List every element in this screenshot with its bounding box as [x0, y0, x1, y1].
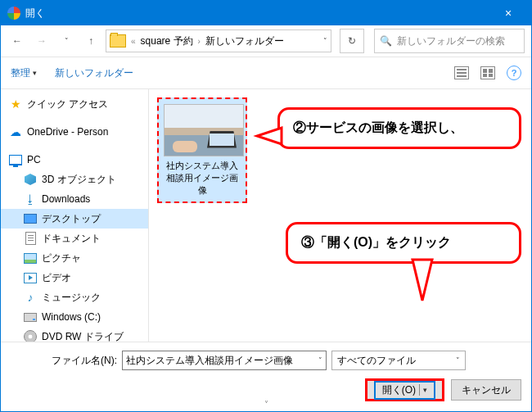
file-tile-selected[interactable]: 社内システム導入相談用イメージ画像: [157, 97, 247, 203]
sidebar-item-videos[interactable]: ビデオ: [1, 268, 148, 287]
picture-icon: [24, 251, 37, 265]
window-title: 開く: [25, 7, 492, 20]
chevron-down-icon: ˅: [456, 356, 460, 364]
desktop-icon: [24, 212, 37, 225]
disc-icon: [24, 330, 37, 342]
cloud-icon: ☁: [9, 125, 22, 138]
document-icon: [24, 232, 37, 245]
body: ★クイック アクセス ☁OneDrive - Person PC 3D オブジェ…: [1, 89, 531, 342]
sidebar-pc[interactable]: PC: [1, 150, 148, 170]
sidebar-item-desktop[interactable]: デスクトップ: [1, 209, 148, 229]
search-icon: 🔍: [380, 35, 392, 47]
nav-row: ← → ˅ ↑ « square 予約 › 新しいフォルダー ˅ ↻ 🔍 新しい…: [1, 25, 531, 57]
back-button[interactable]: ←: [7, 31, 27, 51]
folder-icon: [110, 34, 126, 48]
open-button[interactable]: 開く(O) ▾: [365, 378, 444, 401]
breadcrumb-item[interactable]: 新しいフォルダー: [205, 34, 284, 48]
toolbar-left: 整理▾ 新しいフォルダー: [11, 66, 133, 80]
close-button[interactable]: ×: [492, 7, 525, 20]
refresh-button[interactable]: ↻: [340, 29, 364, 53]
toolbar-right: ?: [454, 66, 521, 80]
sidebar-item-music[interactable]: ♪ミュージック: [1, 287, 148, 307]
organize-button[interactable]: 整理▾: [11, 66, 37, 80]
filename-label: ファイル名(N):: [52, 354, 117, 368]
sidebar-item-pictures[interactable]: ピクチャ: [1, 248, 148, 268]
sidebar-item-dvd[interactable]: DVD RW ドライブ: [1, 327, 148, 342]
search-placeholder: 新しいフォルダーの検索: [397, 34, 505, 48]
drive-icon: [24, 310, 37, 324]
callout-step-2: ②サービスの画像を選択し、: [277, 107, 521, 149]
download-icon: ⭳: [24, 192, 37, 206]
svg-marker-0: [257, 128, 282, 144]
filetype-select[interactable]: すべてのファイル ˅: [331, 351, 466, 370]
chevron-down-icon[interactable]: ˅: [323, 37, 327, 45]
cancel-button[interactable]: キャンセル: [451, 379, 521, 401]
music-icon: ♪: [24, 291, 37, 304]
toolbar: 整理▾ 新しいフォルダー ?: [1, 57, 531, 89]
sidebar-onedrive[interactable]: ☁OneDrive - Person: [1, 122, 148, 142]
chevron-down-icon[interactable]: ˅: [56, 31, 76, 51]
filename-input[interactable]: 社内システム導入相談用イメージ画像 ˅: [122, 351, 327, 370]
forward-button: →: [32, 31, 52, 51]
sidebar: ★クイック アクセス ☁OneDrive - Person PC 3D オブジェ…: [1, 89, 149, 342]
view-grid-button[interactable]: [480, 66, 495, 79]
file-thumbnail: [164, 104, 244, 156]
breadcrumb-item[interactable]: square 予約: [141, 34, 193, 48]
chevron-right-icon: ›: [198, 37, 201, 46]
up-button[interactable]: ↑: [81, 31, 101, 51]
sidebar-item-documents[interactable]: ドキュメント: [1, 229, 148, 248]
sidebar-item-windows-c[interactable]: Windows (C:): [1, 307, 148, 327]
chevron-right-icon: «: [131, 37, 136, 46]
sidebar-item-downloads[interactable]: ⭳Downloads: [1, 189, 148, 209]
chevron-down-icon[interactable]: ▾: [423, 386, 427, 394]
callout-step-3: ③「開く(O)」をクリック: [286, 222, 521, 264]
pc-icon: [9, 153, 22, 166]
address-bar[interactable]: « square 予約 › 新しいフォルダー ˅: [106, 29, 331, 52]
file-label: 社内システム導入相談用イメージ画像: [164, 160, 241, 197]
video-icon: [24, 271, 37, 284]
view-list-button[interactable]: [454, 66, 469, 79]
file-open-dialog: 開く × ← → ˅ ↑ « square 予約 › 新しいフォルダー ˅ ↻ …: [0, 0, 532, 412]
new-folder-button[interactable]: 新しいフォルダー: [55, 66, 133, 80]
file-area[interactable]: 社内システム導入相談用イメージ画像 ②サービスの画像を選択し、 ③「開く(O)」…: [149, 89, 531, 342]
titlebar: 開く ×: [1, 1, 531, 25]
svg-marker-1: [413, 260, 432, 301]
star-icon: ★: [9, 97, 22, 111]
search-input[interactable]: 🔍 新しいフォルダーの検索: [374, 29, 525, 53]
filename-row: ファイル名(N): 社内システム導入相談用イメージ画像 ˅ すべてのファイル ˅: [11, 351, 521, 370]
help-button[interactable]: ?: [507, 66, 521, 80]
chevron-down-icon[interactable]: ˅: [318, 356, 322, 364]
chrome-icon: [7, 7, 20, 20]
cube-icon: [24, 173, 37, 186]
sidebar-quick-access[interactable]: ★クイック アクセス: [1, 94, 148, 114]
sidebar-item-3d[interactable]: 3D オブジェクト: [1, 170, 148, 189]
button-row: 開く(O) ▾ キャンセル: [11, 378, 521, 401]
